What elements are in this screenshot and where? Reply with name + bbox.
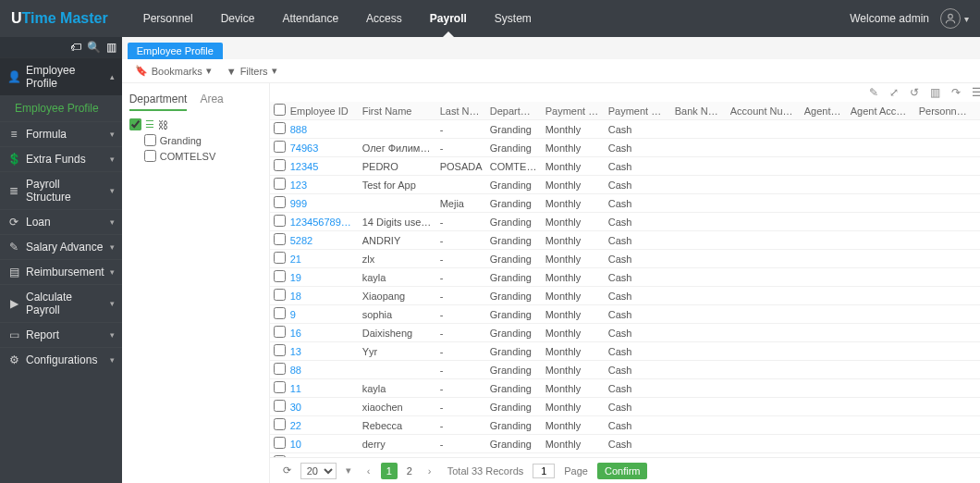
row-edit-icon[interactable]: ✎ [976,250,980,268]
confirm-button[interactable]: Confirm [597,463,648,479]
nav-attendance[interactable]: Attendance [269,0,351,37]
col-bank-name[interactable]: Bank Name [671,102,727,120]
cell-employee-id[interactable]: 11 [287,379,359,398]
sidebar-item-extra-funds[interactable]: 💲Extra Funds▾ [0,146,122,171]
row-edit-icon[interactable]: ✎ [976,324,980,342]
cell-employee-id[interactable]: 88 [287,361,359,379]
avatar-caret-icon[interactable]: ▾ [964,14,969,24]
tree-node-comtelsv[interactable]: COMTELSV [144,148,262,164]
row-checkbox[interactable] [274,196,286,208]
cell-employee-id[interactable]: 12345678901234 [287,213,359,231]
bookmarks-button[interactable]: 🔖 Bookmarks ▾ [135,65,212,77]
row-checkbox[interactable] [274,307,286,319]
row-edit-icon[interactable]: ✎ [976,435,980,453]
row-edit-icon[interactable]: ✎ [976,157,980,176]
row-edit-icon[interactable]: ✎ [976,361,980,379]
tree-node-granding[interactable]: Granding [144,132,262,148]
row-edit-icon[interactable]: ✎ [976,176,980,194]
page-1-button[interactable]: 1 [381,463,398,479]
cell-employee-id[interactable]: 30 [287,398,359,416]
page-input[interactable] [533,464,555,478]
sidebar-item-report[interactable]: ▭Report▾ [0,322,122,347]
row-checkbox[interactable] [274,418,286,430]
filters-button[interactable]: ▼ Filters ▾ [227,65,277,77]
sidebar-item-employee-profile[interactable]: 👤Employee Profile▴ [0,57,122,95]
row-checkbox[interactable] [274,289,286,301]
col-first-name[interactable]: First Name [359,102,436,120]
row-edit-icon[interactable]: ✎ [976,213,980,231]
row-edit-icon[interactable]: ✎ [976,268,980,287]
cell-employee-id[interactable]: 74963 [287,139,359,157]
row-checkbox[interactable] [274,159,286,171]
page-next-button[interactable]: › [422,463,438,479]
cell-employee-id[interactable]: 21 [287,250,359,268]
cell-employee-id[interactable]: 19 [287,268,359,287]
tree-root[interactable]: ☰ ⛓ [129,117,262,132]
nav-device[interactable]: Device [208,0,268,37]
tree-root-checkbox[interactable] [129,118,141,130]
row-edit-icon[interactable]: ✎ [976,342,980,361]
cell-employee-id[interactable]: 13 [287,342,359,361]
cell-employee-id[interactable]: 888 [287,120,359,139]
edit-icon[interactable]: ✎ [869,86,878,99]
row-checkbox[interactable] [274,233,286,245]
refresh-icon[interactable]: ⟳ [283,464,291,477]
sidebar-item-configurations[interactable]: ⚙Configurations▾ [0,347,122,372]
cell-employee-id[interactable]: 10 [287,435,359,453]
nav-payroll[interactable]: Payroll [417,0,480,37]
nav-personnel[interactable]: Personnel [130,0,206,37]
sidebar-subitem-employee-profile[interactable]: Employee Profile [15,99,122,118]
sidebar-item-formula[interactable]: ≡Formula▾ [0,121,122,146]
expand-icon[interactable]: ⤢ [889,86,899,99]
row-edit-icon[interactable]: ✎ [976,305,980,324]
cell-employee-id[interactable]: 5282 [287,231,359,250]
cell-employee-id[interactable]: 999 [287,194,359,213]
row-edit-icon[interactable]: ✎ [976,139,980,157]
row-checkbox[interactable] [274,400,286,412]
tree-node-checkbox[interactable] [144,134,156,146]
col-account-number[interactable]: Account Number [727,102,801,120]
col-payment-mode[interactable]: Payment Mode [605,102,671,120]
row-checkbox[interactable] [274,141,286,153]
cell-employee-id[interactable]: 18 [287,287,359,305]
row-edit-icon[interactable]: ✎ [976,398,980,416]
row-checkbox[interactable] [274,215,286,227]
page-prev-button[interactable]: ‹ [361,463,377,479]
search-icon[interactable]: 🔍 [87,41,101,54]
row-edit-icon[interactable]: ✎ [976,379,980,398]
tab-department[interactable]: Department [129,93,188,111]
sidebar-item-payroll-structure[interactable]: ≣Payroll Structure▾ [0,171,122,209]
tree-node-checkbox[interactable] [144,150,156,162]
row-edit-icon[interactable]: ✎ [976,120,980,139]
tab-area[interactable]: Area [200,93,223,111]
settings-icon[interactable]: ☰ [972,86,980,99]
nav-system[interactable]: System [482,0,545,37]
row-edit-icon[interactable]: ✎ [976,194,980,213]
col-department[interactable]: Department [486,102,542,120]
tab-employee-profile[interactable]: Employee Profile [128,43,223,59]
row-checkbox[interactable] [274,437,286,449]
col-agent-account[interactable]: Agent Account [847,102,915,120]
sidebar-item-reimbursement[interactable]: ▤Reimbursement▾ [0,259,122,284]
col-payment-cycle[interactable]: Payment Cycle [542,102,605,120]
cell-employee-id[interactable]: 12345 [287,157,359,176]
row-edit-icon[interactable]: ✎ [976,231,980,250]
avatar-icon[interactable] [940,8,961,29]
row-checkbox[interactable] [274,326,286,338]
undo-icon[interactable]: ↺ [910,86,919,99]
row-edit-icon[interactable]: ✎ [976,287,980,305]
export-icon[interactable]: ↷ [951,86,961,99]
col-agent-id[interactable]: Agent ID [801,102,847,120]
sidebar-item-loan[interactable]: ⟳Loan▾ [0,209,122,234]
cell-employee-id[interactable]: 22 [287,416,359,435]
row-edit-icon[interactable]: ✎ [976,416,980,435]
sidebar-item-salary-advance[interactable]: ✎Salary Advance▾ [0,234,122,259]
row-checkbox[interactable] [274,344,286,356]
row-checkbox[interactable] [274,381,286,393]
nav-access[interactable]: Access [353,0,415,37]
col-last-name[interactable]: Last Name [436,102,486,120]
layout-icon[interactable]: ▥ [106,41,116,54]
cell-employee-id[interactable]: 16 [287,324,359,342]
row-checkbox[interactable] [274,122,286,134]
select-all-checkbox[interactable] [274,104,286,116]
